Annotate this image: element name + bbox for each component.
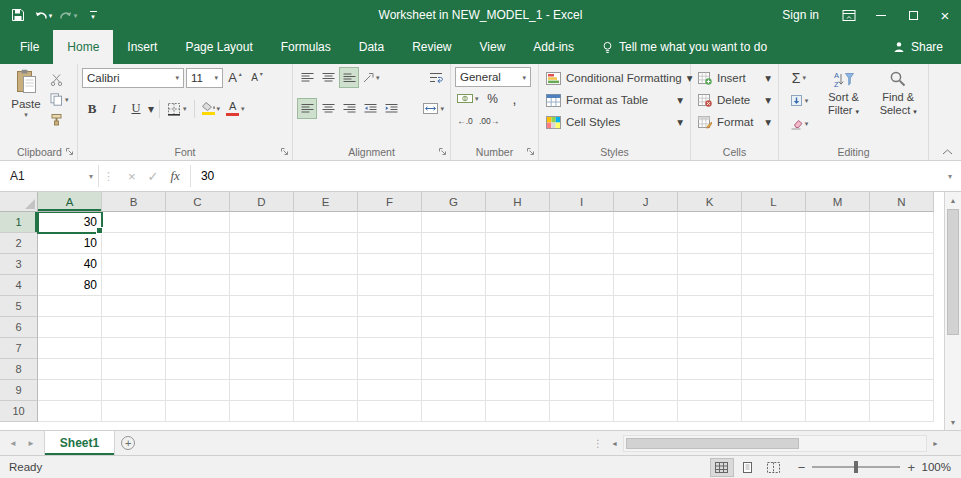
cell-E2[interactable]	[294, 233, 358, 254]
cell-E10[interactable]	[294, 401, 358, 422]
number-dialog-launcher[interactable]	[525, 146, 536, 157]
cell-C8[interactable]	[166, 359, 230, 380]
align-right-button[interactable]	[339, 98, 359, 119]
accounting-format-button[interactable]: ▾	[455, 88, 481, 109]
find-select-button[interactable]: Find & Select ▾	[872, 67, 924, 134]
cell-G9[interactable]	[422, 380, 486, 401]
cell-L8[interactable]	[742, 359, 806, 380]
cell-J2[interactable]	[614, 233, 678, 254]
cell-G3[interactable]	[422, 254, 486, 275]
formula-input[interactable]: 30	[191, 161, 939, 191]
cell-F9[interactable]	[358, 380, 422, 401]
cell-N10[interactable]	[870, 401, 934, 422]
zoom-slider-thumb[interactable]	[854, 461, 858, 473]
row-header-8[interactable]: 8	[0, 359, 38, 380]
cell-I10[interactable]	[550, 401, 614, 422]
fill-button[interactable]: ▾	[783, 90, 815, 111]
cell-H7[interactable]	[486, 338, 550, 359]
cell-E5[interactable]	[294, 296, 358, 317]
row-header-7[interactable]: 7	[0, 338, 38, 359]
cell-B6[interactable]	[102, 317, 166, 338]
normal-view-button[interactable]	[710, 458, 734, 477]
cell-J9[interactable]	[614, 380, 678, 401]
cell-G1[interactable]	[422, 212, 486, 233]
align-left-button[interactable]	[297, 98, 317, 119]
cell-G8[interactable]	[422, 359, 486, 380]
cell-H10[interactable]	[486, 401, 550, 422]
copy-dropdown-icon[interactable]: ▾	[65, 96, 69, 103]
ribbon-display-options-button[interactable]	[833, 0, 865, 30]
fill-color-button[interactable]: ▾	[200, 98, 223, 119]
cell-K3[interactable]	[678, 254, 742, 275]
alignment-dialog-launcher[interactable]	[437, 146, 448, 157]
cell-D5[interactable]	[230, 296, 294, 317]
minimize-button[interactable]	[865, 0, 897, 30]
cell-I9[interactable]	[550, 380, 614, 401]
cell-H6[interactable]	[486, 317, 550, 338]
cell-K9[interactable]	[678, 380, 742, 401]
cell-D9[interactable]	[230, 380, 294, 401]
borders-dropdown-icon[interactable]: ▾	[183, 105, 187, 112]
qat-customize-button[interactable]: ▾	[82, 3, 104, 27]
tab-file[interactable]: File	[6, 30, 53, 64]
column-header-J[interactable]: J	[614, 192, 678, 212]
merge-dropdown-icon[interactable]: ▾	[440, 105, 444, 112]
row-header-3[interactable]: 3	[0, 254, 38, 275]
comma-style-button[interactable]: ,	[505, 88, 525, 109]
cell-L4[interactable]	[742, 275, 806, 296]
vertical-scrollbar[interactable]: ▲ ▼	[944, 192, 961, 430]
cell-B9[interactable]	[102, 380, 166, 401]
increase-font-size-button[interactable]: A▴	[225, 67, 245, 88]
formula-bar-splitter[interactable]: ⋮	[99, 161, 118, 191]
cancel-entry-button[interactable]: ×	[128, 169, 136, 184]
name-box[interactable]: A1 ▾	[0, 161, 98, 191]
paste-dropdown-icon[interactable]: ▾	[24, 111, 28, 119]
accounting-dropdown-icon[interactable]: ▾	[475, 95, 479, 102]
tab-add-ins[interactable]: Add-ins	[519, 30, 588, 64]
center-button[interactable]	[318, 98, 338, 119]
cell-A10[interactable]	[38, 401, 102, 422]
cell-I3[interactable]	[550, 254, 614, 275]
sheet-tab-sheet1[interactable]: Sheet1	[44, 431, 115, 455]
cell-J8[interactable]	[614, 359, 678, 380]
tell-me-box[interactable]: Tell me what you want to do	[588, 30, 781, 64]
scroll-left-button[interactable]: ◄	[606, 440, 623, 447]
horizontal-scroll-thumb[interactable]	[626, 438, 799, 449]
cell-A7[interactable]	[38, 338, 102, 359]
cell-N2[interactable]	[870, 233, 934, 254]
cell-K2[interactable]	[678, 233, 742, 254]
font-name-select[interactable]: Calibri ▾	[82, 68, 184, 88]
increase-indent-button[interactable]	[381, 98, 401, 119]
cell-M4[interactable]	[806, 275, 870, 296]
row-header-4[interactable]: 4	[0, 275, 38, 296]
collapse-ribbon-button[interactable]	[942, 149, 953, 155]
cell-A2[interactable]: 10	[38, 233, 102, 254]
clipboard-dialog-launcher[interactable]	[64, 146, 75, 157]
cell-A4[interactable]: 80	[38, 275, 102, 296]
tab-home[interactable]: Home	[53, 30, 113, 64]
cell-E6[interactable]	[294, 317, 358, 338]
vertical-scroll-thumb[interactable]	[947, 209, 959, 335]
cell-D6[interactable]	[230, 317, 294, 338]
row-header-1[interactable]: 1	[0, 212, 38, 233]
cell-M3[interactable]	[806, 254, 870, 275]
cut-button[interactable]	[48, 70, 71, 89]
column-header-N[interactable]: N	[870, 192, 934, 212]
column-header-L[interactable]: L	[742, 192, 806, 212]
confirm-entry-button[interactable]: ✓	[148, 169, 159, 184]
column-header-B[interactable]: B	[102, 192, 166, 212]
cell-I8[interactable]	[550, 359, 614, 380]
column-header-E[interactable]: E	[294, 192, 358, 212]
copy-button[interactable]: ▾	[48, 90, 71, 109]
page-layout-view-button[interactable]	[736, 458, 760, 477]
cell-H8[interactable]	[486, 359, 550, 380]
wrap-text-button[interactable]	[426, 67, 446, 88]
cell-K7[interactable]	[678, 338, 742, 359]
cell-B1[interactable]	[102, 212, 166, 233]
cell-M8[interactable]	[806, 359, 870, 380]
underline-button[interactable]: U	[126, 98, 146, 119]
cell-D1[interactable]	[230, 212, 294, 233]
column-header-G[interactable]: G	[422, 192, 486, 212]
cell-H1[interactable]	[486, 212, 550, 233]
decrease-font-size-button[interactable]: A▾	[247, 67, 267, 88]
